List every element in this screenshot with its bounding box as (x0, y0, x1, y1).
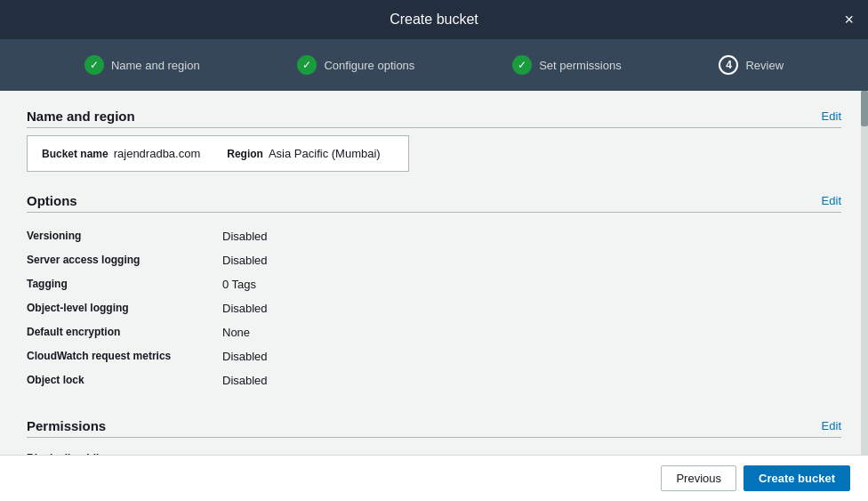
create-bucket-modal: Create bucket × ✓ Name and region ✓ Conf… (0, 0, 868, 501)
option-label: Versioning (27, 227, 222, 246)
bucket-name-label: Bucket name (42, 148, 108, 160)
scrollbar-track[interactable] (861, 91, 868, 455)
step-name-and-region: ✓ Name and region (84, 55, 200, 75)
step-icon-configure-options: ✓ (297, 55, 317, 75)
step-review: 4 Review (719, 55, 784, 75)
previous-button[interactable]: Previous (661, 465, 736, 491)
bucket-name-field: Bucket name rajendradba.com (42, 147, 200, 160)
section-header-permissions: Permissions Edit (27, 418, 841, 438)
section-title-name-and-region: Name and region (27, 109, 135, 124)
section-header-options: Options Edit (27, 193, 841, 213)
section-header-name-and-region: Name and region Edit (27, 109, 841, 128)
permissions-content: Block all public access Off (27, 445, 841, 455)
edit-name-and-region-link[interactable]: Edit (822, 109, 841, 123)
region-value: Asia Pacific (Mumbai) (269, 147, 381, 160)
modal-title: Create bucket (390, 12, 478, 28)
region-label: Region (227, 148, 263, 160)
modal-body: Name and region Edit Bucket name rajendr… (0, 91, 868, 455)
option-value: Disabled (222, 347, 841, 366)
steps-bar: ✓ Name and region ✓ Configure options ✓ … (0, 39, 868, 91)
option-label: Server access logging (27, 251, 222, 270)
edit-options-link[interactable]: Edit (822, 194, 841, 207)
section-name-and-region: Name and region Edit Bucket name rajendr… (27, 109, 841, 172)
step-label-set-permissions: Set permissions (539, 59, 621, 72)
region-field: Region Asia Pacific (Mumbai) (227, 147, 380, 160)
option-value: Disabled (222, 227, 841, 246)
step-set-permissions: ✓ Set permissions (512, 55, 621, 75)
option-value: None (222, 323, 841, 342)
modal-header: Create bucket × (0, 0, 868, 39)
option-label: Tagging (27, 275, 222, 294)
option-value: Disabled (222, 371, 841, 390)
step-label-configure-options: Configure options (324, 59, 414, 72)
edit-permissions-link[interactable]: Edit (822, 419, 841, 432)
section-title-options: Options (27, 193, 77, 208)
option-value: Disabled (222, 251, 841, 270)
name-and-region-info-box: Bucket name rajendradba.com Region Asia … (27, 135, 409, 172)
step-icon-name-and-region: ✓ (84, 55, 104, 75)
option-value: 0 Tags (222, 275, 841, 294)
block-public-access-label: Block all public access (27, 452, 841, 455)
modal-footer: Previous Create bucket (0, 455, 868, 501)
section-title-permissions: Permissions (27, 418, 106, 433)
create-bucket-button[interactable]: Create bucket (743, 465, 850, 491)
scrollbar-thumb[interactable] (861, 91, 868, 126)
step-label-name-and-region: Name and region (111, 59, 200, 72)
step-label-review: Review (745, 59, 784, 72)
option-label: Default encryption (27, 323, 222, 342)
section-options: Options Edit VersioningDisabledServer ac… (27, 193, 841, 397)
option-label: CloudWatch request metrics (27, 347, 222, 366)
step-icon-review: 4 (719, 55, 738, 75)
option-label: Object lock (27, 371, 222, 390)
close-button[interactable]: × (844, 12, 854, 28)
option-value: Disabled (222, 299, 841, 318)
option-label: Object-level logging (27, 299, 222, 318)
step-icon-set-permissions: ✓ (512, 55, 532, 75)
step-configure-options: ✓ Configure options (297, 55, 414, 75)
options-grid: VersioningDisabledServer access loggingD… (27, 220, 841, 397)
section-permissions: Permissions Edit Block all public access… (27, 418, 841, 455)
bucket-name-value: rajendradba.com (114, 147, 201, 160)
